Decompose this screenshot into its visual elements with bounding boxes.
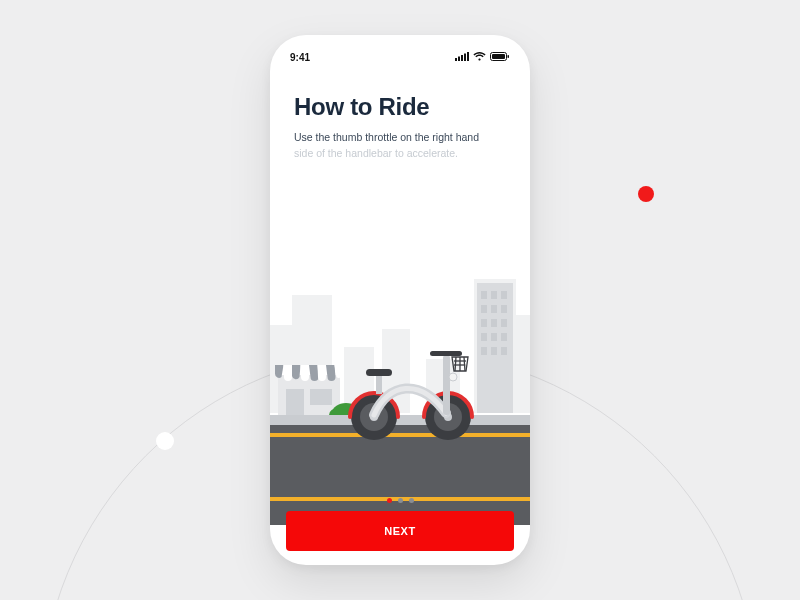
svg-rect-18 [501, 291, 507, 299]
svg-rect-30 [501, 347, 507, 355]
next-button[interactable]: NEXT [286, 511, 514, 551]
svg-rect-24 [501, 319, 507, 327]
page-title: How to Ride [294, 93, 506, 121]
subtitle-line-1: Use the thumb throttle on the right hand [294, 131, 479, 143]
svg-rect-19 [481, 305, 487, 313]
svg-point-54 [449, 373, 457, 381]
svg-rect-22 [481, 319, 487, 327]
status-icons [455, 52, 510, 63]
svg-line-53 [464, 357, 465, 371]
svg-rect-21 [501, 305, 507, 313]
svg-rect-26 [491, 333, 497, 341]
svg-rect-23 [491, 319, 497, 327]
svg-rect-48 [430, 351, 462, 356]
svg-rect-6 [492, 54, 505, 59]
background-white-dot [156, 432, 174, 450]
svg-rect-28 [481, 347, 487, 355]
svg-rect-0 [455, 58, 457, 61]
pagination-dot-2[interactable] [398, 498, 403, 503]
svg-rect-17 [491, 291, 497, 299]
phone-frame: 9:41 How to Ride Use the thumb throttle … [270, 35, 530, 565]
svg-rect-38 [270, 425, 530, 525]
pagination-dot-3[interactable] [409, 498, 414, 503]
svg-rect-29 [491, 347, 497, 355]
svg-rect-25 [481, 333, 487, 341]
svg-rect-56 [376, 376, 382, 394]
svg-rect-1 [458, 56, 460, 61]
svg-rect-20 [491, 305, 497, 313]
status-time: 9:41 [290, 52, 310, 63]
pagination-dot-1[interactable] [387, 498, 392, 503]
pagination-dots [270, 498, 530, 503]
svg-rect-4 [467, 52, 469, 61]
status-bar: 9:41 [270, 49, 530, 65]
page-subtitle: Use the thumb throttle on the right hand… [294, 129, 506, 162]
svg-rect-2 [461, 55, 463, 61]
subtitle-line-2: side of the handlebar to accelerate. [294, 147, 458, 159]
wifi-icon [473, 52, 486, 63]
background-accent-dot [638, 186, 654, 202]
battery-icon [490, 52, 510, 63]
svg-rect-32 [286, 389, 304, 415]
svg-rect-14 [516, 315, 530, 413]
svg-rect-7 [508, 55, 510, 58]
svg-rect-27 [501, 333, 507, 341]
signal-icon [455, 52, 469, 63]
scooter-illustration [270, 265, 530, 525]
svg-rect-47 [443, 355, 450, 415]
onboarding-content: How to Ride Use the thumb throttle on th… [294, 93, 506, 162]
svg-rect-39 [270, 433, 530, 437]
svg-rect-37 [270, 415, 530, 425]
svg-rect-55 [366, 369, 392, 376]
svg-rect-16 [481, 291, 487, 299]
svg-rect-3 [464, 53, 466, 61]
svg-rect-33 [310, 389, 332, 405]
